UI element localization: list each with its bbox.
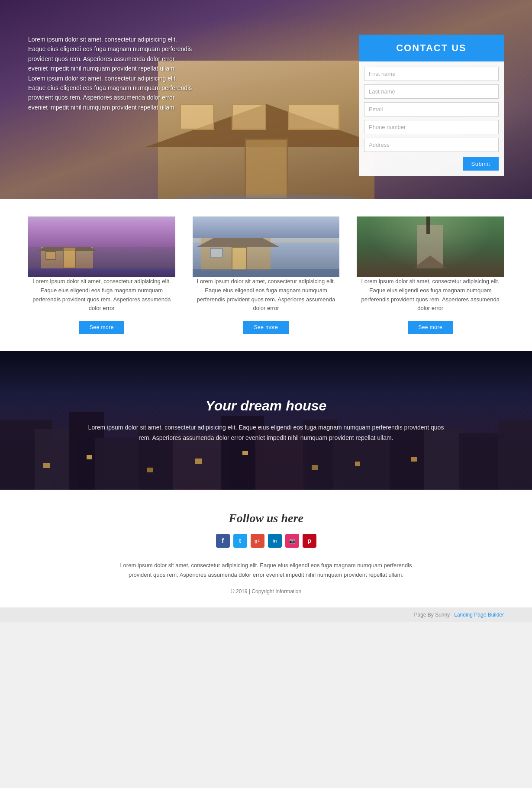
card-3-text: Lorem ipsum dolor sit amet, consectetur … (357, 277, 504, 313)
dream-text: Lorem ipsum dolor sit amet, consectetur … (87, 423, 445, 443)
submit-row: Submit (364, 155, 499, 171)
social-icons-row: f t g+ in 📷 p (28, 534, 504, 548)
card-2-text: Lorem ipsum dolor sit amet, consectetur … (193, 277, 340, 313)
footer-page-by-text: Page By Sunny (414, 612, 450, 618)
cards-section: Lorem ipsum dolor sit amet, consectetur … (0, 199, 532, 351)
contact-form-body: Submit (359, 61, 504, 176)
first-name-input[interactable] (364, 67, 499, 81)
card-1-see-more-button[interactable]: See more (79, 321, 124, 334)
hero-section: Lorem ipsum dolor sit amet, consectetur … (0, 0, 532, 199)
hero-body-text: Lorem ipsum dolor sit amet, consectetur … (28, 35, 193, 112)
last-name-input[interactable] (364, 84, 499, 99)
pinterest-icon[interactable]: p (303, 534, 316, 548)
card-3-see-more-button[interactable]: See more (408, 321, 453, 334)
footer-builder-link[interactable]: Landing Page Builder (454, 612, 504, 618)
contact-form-container: CONTACT US Submit (359, 35, 504, 176)
card-2-see-more-button[interactable]: See more (243, 321, 288, 334)
footer-bar: Page By Sunny Landing Page Builder (0, 607, 532, 622)
card-1-text: Lorem ipsum dolor sit amet, consectetur … (28, 277, 175, 313)
dream-content: Your dream house Lorem ipsum dolor sit a… (0, 398, 532, 443)
address-input[interactable] (364, 138, 499, 152)
card-image-3 (357, 216, 504, 277)
card-1: Lorem ipsum dolor sit amet, consectetur … (28, 216, 175, 334)
copyright-text: © 2019 | Copyright Information (28, 588, 504, 594)
card-image-2 (193, 216, 340, 277)
follow-section: Follow us here f t g+ in 📷 p Lorem ipsum… (0, 490, 532, 607)
dream-section: Your dream house Lorem ipsum dolor sit a… (0, 351, 532, 490)
phone-input[interactable] (364, 120, 499, 134)
contact-form-title: CONTACT US (359, 35, 504, 61)
google-plus-icon[interactable]: g+ (251, 534, 264, 548)
card-2: Lorem ipsum dolor sit amet, consectetur … (193, 216, 340, 334)
follow-text: Lorem ipsum dolor sit amet, consectetur … (115, 561, 418, 580)
instagram-icon[interactable]: 📷 (285, 534, 299, 548)
dream-title: Your dream house (87, 398, 445, 414)
facebook-icon[interactable]: f (216, 534, 230, 548)
email-input[interactable] (364, 102, 499, 116)
follow-title: Follow us here (28, 511, 504, 525)
card-3: Lorem ipsum dolor sit amet, consectetur … (357, 216, 504, 334)
submit-button[interactable]: Submit (463, 157, 499, 171)
twitter-icon[interactable]: t (233, 534, 247, 548)
linkedin-icon[interactable]: in (268, 534, 282, 548)
card-image-1 (28, 216, 175, 277)
